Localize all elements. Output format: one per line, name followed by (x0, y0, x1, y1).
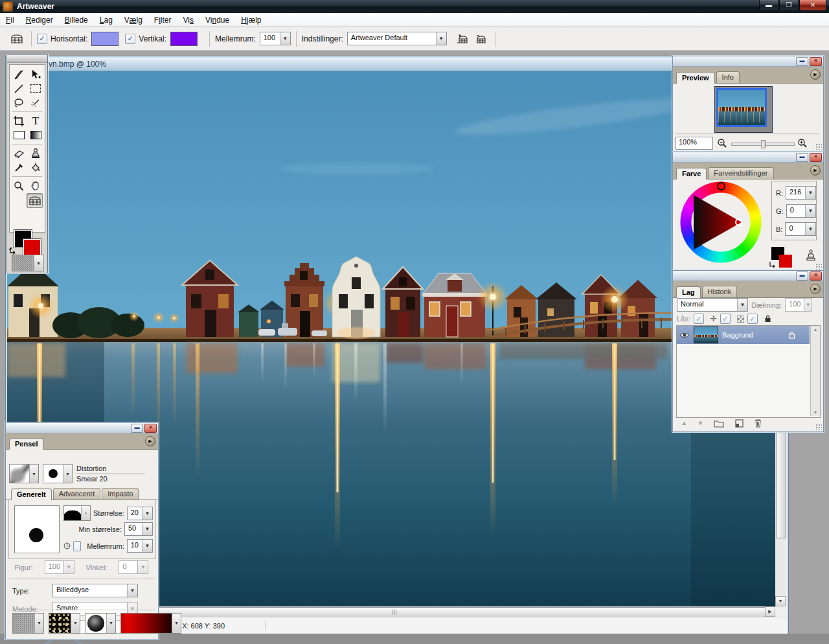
menu-vaelg[interactable]: Vælg (119, 14, 148, 26)
figure-combo[interactable]: 100▼ (45, 560, 74, 574)
panel-minimize-button[interactable]: ▬ (796, 153, 808, 162)
layers-panel-titlebar[interactable]: ▬ ✕ (673, 271, 823, 281)
panel-menu-icon[interactable]: ▶ (810, 69, 821, 80)
resize-grip[interactable] (815, 424, 822, 430)
blend-mode-combo[interactable]: Normal▼ (677, 298, 748, 312)
brush-tip-well[interactable]: ▼ (43, 464, 73, 483)
lock-position-checkbox[interactable]: ✓ (694, 314, 704, 324)
grid-tool-icon[interactable] (8, 30, 26, 47)
rect-select-tool-icon[interactable] (28, 82, 43, 95)
resize-grip[interactable] (815, 263, 822, 270)
chevron-down-icon[interactable]: ▼ (34, 614, 43, 633)
add-preset-button[interactable] (453, 30, 471, 47)
tab-impasto[interactable]: Impasto (102, 488, 139, 500)
swap-colors-icon[interactable] (769, 261, 777, 269)
preview-panel-titlebar[interactable]: ▬ ✕ (673, 56, 823, 67)
hand-tool-icon[interactable] (28, 179, 43, 192)
magic-wand-tool-icon[interactable] (28, 96, 43, 109)
panel-minimize-button[interactable]: ▬ (131, 424, 143, 433)
eyedropper-tool-icon[interactable] (12, 161, 27, 174)
crop-tool-icon[interactable] (12, 114, 27, 128)
tab-lag[interactable]: Lag (676, 286, 701, 298)
preview-zoom-slider[interactable] (731, 140, 793, 146)
chevron-down-icon[interactable]: ▼ (34, 255, 43, 271)
pattern-grid-tool-icon[interactable] (27, 193, 43, 208)
stamp-icon[interactable] (805, 249, 817, 262)
menu-rediger[interactable]: Rediger (20, 14, 59, 26)
chevron-down-icon[interactable]: ▼ (29, 465, 38, 483)
panel-minimize-button[interactable]: ▬ (796, 57, 808, 66)
saturation-marker[interactable] (735, 218, 743, 226)
move-layer-down-icon[interactable]: ▼ (698, 420, 703, 426)
r-value-combo[interactable]: 216▼ (786, 186, 816, 200)
line-tool-icon[interactable] (12, 82, 27, 95)
new-layer-icon[interactable] (734, 419, 744, 428)
opacity-combo[interactable]: 100▼ (785, 298, 812, 312)
spacing-combo[interactable]: 100▼ (260, 32, 291, 45)
visibility-eye-icon[interactable] (679, 332, 690, 339)
chevron-down-icon[interactable]: ▼ (172, 614, 181, 633)
chevron-down-icon[interactable]: ▼ (106, 614, 115, 633)
panel-menu-icon[interactable]: ▶ (810, 284, 821, 294)
panel-close-button[interactable]: ✕ (810, 271, 822, 281)
hue-marker[interactable] (717, 182, 725, 190)
spacing-checkbox[interactable]: ✓ (73, 541, 81, 551)
background-color-swatch[interactable] (779, 255, 792, 268)
menu-vis[interactable]: Vis (177, 14, 199, 26)
menu-hjaelp[interactable]: Hjælp (235, 14, 267, 26)
layer-list-scrollbar[interactable]: ▲ ▼ (810, 326, 820, 416)
tab-farve[interactable]: Farve (676, 168, 707, 179)
brush-panel-titlebar[interactable]: ▬ ✕ (6, 423, 158, 433)
zoom-out-icon[interactable] (717, 138, 727, 148)
brush-tool-icon[interactable] (12, 67, 27, 81)
layer-row-baggrund[interactable]: Baggrund (677, 326, 810, 344)
lasso-tool-icon[interactable] (12, 96, 27, 109)
lock-all-checkbox[interactable]: ✓ (747, 314, 758, 324)
g-value-combo[interactable]: 0▼ (786, 204, 816, 218)
menu-lag[interactable]: Lag (94, 14, 119, 26)
scroll-down-icon[interactable]: ▼ (775, 596, 786, 606)
menu-billede[interactable]: Billede (59, 14, 94, 26)
tip-shape-well[interactable]: ▼ (63, 505, 91, 521)
minimize-button[interactable]: ▬ (759, 0, 778, 11)
panel-menu-icon[interactable]: ▶ (810, 165, 821, 176)
scroll-down-icon[interactable]: ▼ (811, 410, 820, 415)
rectangle-tool-icon[interactable] (12, 128, 27, 142)
background-color-swatch[interactable] (23, 239, 41, 257)
preview-zoom-value[interactable]: 100% (676, 137, 713, 150)
chevron-down-icon[interactable]: ▼ (280, 32, 290, 45)
tab-pensel[interactable]: Pensel (9, 438, 43, 450)
brush-spacing-combo[interactable]: 10▼ (127, 539, 153, 553)
paint-bucket-tool-icon[interactable] (28, 161, 43, 174)
chevron-down-icon[interactable]: ▼ (436, 32, 446, 45)
brush-stroke-well[interactable]: ▼ (9, 464, 39, 483)
scroll-right-icon[interactable]: ▶ (765, 606, 775, 617)
texture-swatch[interactable]: ▼ (85, 613, 116, 634)
tool-palette-titlebar[interactable] (7, 55, 47, 63)
panel-close-button[interactable]: ✕ (810, 153, 822, 162)
delete-layer-trash-icon[interactable] (754, 419, 762, 428)
panel-minimize-button[interactable]: ▬ (796, 271, 808, 281)
horizontal-color-swatch[interactable] (91, 32, 119, 46)
restore-button[interactable]: ❐ (779, 0, 799, 11)
noise-swatch[interactable]: ▼ (12, 613, 44, 634)
scroll-up-icon[interactable]: ▲ (811, 327, 820, 332)
type-combo[interactable]: Billeddyse▼ (52, 584, 138, 597)
min-size-combo[interactable]: 50▼ (124, 522, 153, 536)
tab-info[interactable]: Info (716, 71, 740, 83)
panel-close-button[interactable]: ✕ (144, 424, 157, 433)
size-combo[interactable]: 20▼ (127, 507, 153, 520)
angle-combo[interactable]: 0▼ (119, 560, 148, 574)
horizontal-checkbox[interactable]: ✓ (37, 34, 47, 44)
move-layer-up-icon[interactable]: ▲ (681, 420, 687, 426)
vertical-checkbox[interactable]: ✓ (125, 34, 135, 44)
menu-fil[interactable]: Fil (0, 14, 20, 26)
vertical-color-swatch[interactable] (170, 32, 198, 46)
document-title[interactable]: vn.bmp @ 100% (7, 58, 787, 71)
gradient-tool-icon[interactable] (28, 128, 43, 142)
close-button[interactable]: ✕ (799, 0, 826, 11)
tab-historik[interactable]: Historik (702, 286, 738, 297)
menu-vindue[interactable]: Vindue (199, 14, 235, 26)
remove-preset-button[interactable] (471, 30, 490, 47)
lock-pixels-checkbox[interactable]: ✓ (720, 314, 731, 324)
